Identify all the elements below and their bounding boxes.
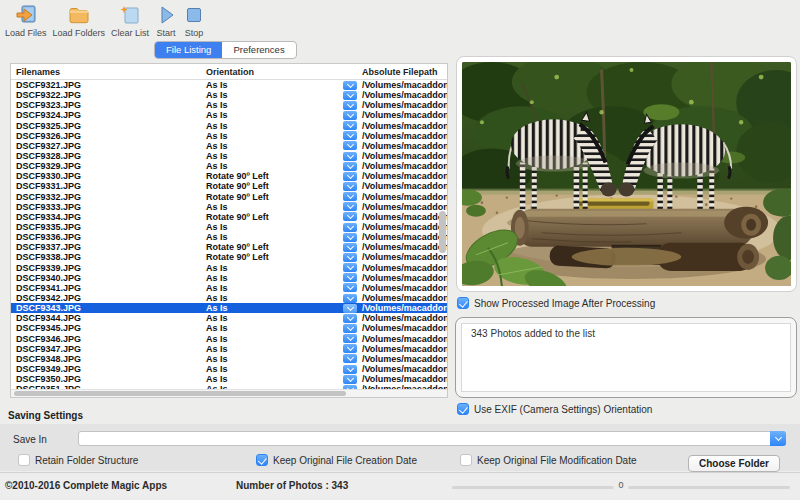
orientation-dropdown[interactable] (343, 141, 357, 150)
clear-list-icon (119, 4, 141, 26)
cell-filename: DSCF9330.JPG (11, 171, 201, 181)
orientation-dropdown[interactable] (343, 375, 357, 384)
horizontal-scrollbar-thumb[interactable] (14, 391, 346, 396)
chevron-down-icon (346, 344, 353, 351)
orientation-dropdown[interactable] (343, 172, 357, 181)
load-files-button[interactable]: Load Files (2, 4, 50, 38)
table-row[interactable]: DSCF9350.JPGAs Is/Volumes/macaddons/ (11, 374, 447, 384)
table-row[interactable]: DSCF9332.JPGRotate 90º Left/Volumes/maca… (11, 192, 447, 202)
orientation-dropdown[interactable] (343, 354, 357, 363)
table-row[interactable]: DSCF9346.JPGAs Is/Volumes/macaddons/ (11, 334, 447, 344)
table-row[interactable]: DSCF9328.JPGAs Is/Volumes/macaddons/ (11, 151, 447, 161)
orientation-dropdown[interactable] (343, 101, 357, 110)
table-row[interactable]: DSCF9336.JPGAs Is/Volumes/macaddons/ (11, 232, 447, 242)
orientation-dropdown[interactable] (343, 314, 357, 323)
retain-structure-row: Retain Folder Structure (18, 454, 138, 466)
chevron-down-icon (346, 354, 353, 361)
save-in-dropdown-button[interactable] (770, 431, 786, 446)
orientation-dropdown[interactable] (343, 243, 357, 252)
show-processed-checkbox[interactable] (457, 297, 469, 309)
keep-modification-date-checkbox[interactable] (460, 454, 472, 466)
orientation-dropdown[interactable] (343, 111, 357, 120)
table-row[interactable]: DSCF9337.JPGRotate 90º Left/Volumes/maca… (11, 242, 447, 252)
start-button[interactable]: Start (152, 4, 180, 38)
table-row[interactable]: DSCF9322.JPGAs Is/Volumes/macaddons/ (11, 90, 447, 100)
orientation-dropdown[interactable] (343, 233, 357, 242)
table-row[interactable]: DSCF9341.JPGAs Is/Volumes/macaddons/ (11, 283, 447, 293)
table-row[interactable]: DSCF9342.JPGAs Is/Volumes/macaddons/ (11, 293, 447, 303)
column-header-filepath: Absolute Filepath (359, 67, 447, 77)
table-row[interactable]: DSCF9335.JPGAs Is/Volumes/macaddons/ (11, 222, 447, 232)
table-row[interactable]: DSCF9331.JPGRotate 90º Left/Volumes/maca… (11, 181, 447, 191)
table-row[interactable]: DSCF9326.JPGAs Is/Volumes/macaddons/ (11, 131, 447, 141)
cell-filename: DSCF9350.JPG (11, 374, 201, 384)
photo-preview-frame (456, 56, 797, 292)
save-in-combobox[interactable] (78, 431, 786, 446)
log-text-area[interactable]: 343 Photos added to the list (461, 323, 791, 392)
orientation-dropdown[interactable] (343, 182, 357, 191)
table-row[interactable]: DSCF9338.JPGRotate 90º Left/Volumes/maca… (11, 252, 447, 262)
orientation-dropdown[interactable] (343, 223, 357, 232)
horizontal-scrollbar[interactable] (11, 389, 447, 397)
orientation-dropdown[interactable] (343, 253, 357, 262)
orientation-dropdown[interactable] (343, 344, 357, 353)
cell-filename: DSCF9332.JPG (11, 192, 201, 202)
orientation-dropdown[interactable] (343, 121, 357, 130)
orientation-dropdown[interactable] (343, 212, 357, 221)
table-row[interactable]: DSCF9344.JPGAs Is/Volumes/macaddons/ (11, 313, 447, 323)
cell-filename: DSCF9329.JPG (11, 161, 201, 171)
chevron-down-icon (346, 182, 353, 189)
table-row[interactable]: DSCF9330.JPGRotate 90º Left/Volumes/maca… (11, 171, 447, 181)
cell-orientation: As Is (201, 344, 339, 354)
cell-orientation: As Is (201, 364, 339, 374)
cell-orientation: As Is (201, 90, 339, 100)
tab-preferences[interactable]: Preferences (222, 42, 295, 58)
table-row[interactable]: DSCF9327.JPGAs Is/Volumes/macaddons/ (11, 141, 447, 151)
toolbar-item-label: Stop (185, 28, 204, 38)
clear-list-button[interactable]: Clear List (108, 4, 152, 38)
table-row[interactable]: DSCF9343.JPGAs Is/Volumes/macaddons/ (11, 303, 447, 313)
table-row[interactable]: DSCF9321.JPGAs Is/Volumes/macaddons/ (11, 80, 447, 90)
cell-orientation: As Is (201, 80, 339, 90)
table-row[interactable]: DSCF9349.JPGAs Is/Volumes/macaddons/ (11, 364, 447, 374)
vertical-scrollbar-thumb[interactable] (439, 211, 446, 253)
table-row[interactable]: DSCF9324.JPGAs Is/Volumes/macaddons/ (11, 110, 447, 120)
orientation-dropdown[interactable] (343, 202, 357, 211)
keep-modification-date-label: Keep Original File Modification Date (477, 455, 637, 466)
table-row[interactable]: DSCF9334.JPGRotate 90º Left/Volumes/maca… (11, 212, 447, 222)
table-row[interactable]: DSCF9339.JPGAs Is/Volumes/macaddons/ (11, 263, 447, 273)
table-row[interactable]: DSCF9323.JPGAs Is/Volumes/macaddons/ (11, 100, 447, 110)
tab-file-listing[interactable]: File Listing (155, 42, 222, 58)
orientation-dropdown[interactable] (343, 192, 357, 201)
orientation-dropdown[interactable] (343, 81, 357, 90)
table-row[interactable]: DSCF9325.JPGAs Is/Volumes/macaddons/ (11, 121, 447, 131)
chevron-down-icon (346, 222, 353, 229)
orientation-dropdown[interactable] (343, 273, 357, 282)
chevron-down-icon (346, 212, 353, 219)
stop-button[interactable]: Stop (180, 4, 208, 38)
table-row[interactable]: DSCF9329.JPGAs Is/Volumes/macaddons/ (11, 161, 447, 171)
table-row[interactable]: DSCF9333.JPGAs Is/Volumes/macaddons/ (11, 202, 447, 212)
chevron-down-icon (346, 202, 353, 209)
orientation-dropdown[interactable] (343, 162, 357, 171)
orientation-dropdown[interactable] (343, 304, 357, 313)
orientation-dropdown[interactable] (343, 283, 357, 292)
orientation-dropdown[interactable] (343, 324, 357, 333)
table-row[interactable]: DSCF9348.JPGAs Is/Volumes/macaddons/ (11, 354, 447, 364)
table-row[interactable]: DSCF9347.JPGAs Is/Volumes/macaddons/ (11, 344, 447, 354)
orientation-dropdown[interactable] (343, 294, 357, 303)
cell-filename: DSCF9337.JPG (11, 242, 201, 252)
table-row[interactable]: DSCF9345.JPGAs Is/Volumes/macaddons/ (11, 323, 447, 333)
choose-folder-button[interactable]: Choose Folder (688, 455, 780, 472)
load-folders-button[interactable]: Load Folders (50, 4, 109, 38)
table-row[interactable]: DSCF9340.JPGAs Is/Volumes/macaddons/ (11, 273, 447, 283)
keep-creation-date-checkbox[interactable] (256, 454, 268, 466)
orientation-dropdown[interactable] (343, 263, 357, 272)
use-exif-checkbox[interactable] (457, 403, 469, 415)
orientation-dropdown[interactable] (343, 131, 357, 140)
orientation-dropdown[interactable] (343, 152, 357, 161)
orientation-dropdown[interactable] (343, 365, 357, 374)
orientation-dropdown[interactable] (343, 91, 357, 100)
orientation-dropdown[interactable] (343, 334, 357, 343)
retain-structure-checkbox[interactable] (18, 454, 30, 466)
